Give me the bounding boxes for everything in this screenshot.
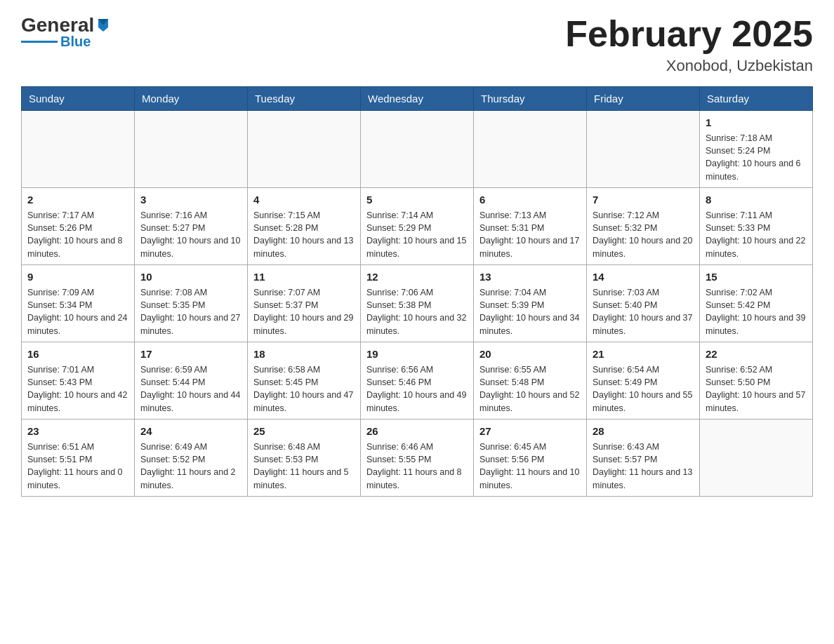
calendar-cell: 17Sunrise: 6:59 AMSunset: 5:44 PMDayligh… (135, 342, 248, 420)
day-number: 26 (366, 424, 468, 438)
calendar-cell: 11Sunrise: 7:07 AMSunset: 5:37 PMDayligh… (248, 265, 361, 342)
calendar-cell: 22Sunrise: 6:52 AMSunset: 5:50 PMDayligh… (700, 342, 813, 420)
calendar-cell (700, 420, 813, 497)
day-number: 3 (140, 192, 241, 207)
day-number: 10 (140, 269, 241, 284)
day-info: Sunrise: 6:43 AMSunset: 5:57 PMDaylight:… (593, 441, 694, 492)
weekday-header-friday: Friday (587, 87, 700, 111)
day-number: 7 (593, 192, 694, 207)
calendar-subtitle: Xonobod, Uzbekistan (565, 57, 813, 75)
calendar-cell: 14Sunrise: 7:03 AMSunset: 5:40 PMDayligh… (587, 265, 700, 342)
day-info: Sunrise: 6:51 AMSunset: 5:51 PMDaylight:… (27, 441, 128, 492)
day-info: Sunrise: 7:12 AMSunset: 5:32 PMDaylight:… (593, 209, 694, 260)
calendar-cell (22, 111, 135, 188)
day-info: Sunrise: 6:45 AMSunset: 5:56 PMDaylight:… (479, 441, 581, 492)
day-number: 11 (253, 269, 355, 284)
calendar-week-2: 2Sunrise: 7:17 AMSunset: 5:26 PMDaylight… (22, 188, 813, 265)
day-number: 25 (253, 424, 355, 438)
day-info: Sunrise: 6:54 AMSunset: 5:49 PMDaylight:… (593, 363, 694, 415)
calendar-cell (361, 111, 474, 188)
calendar-cell: 13Sunrise: 7:04 AMSunset: 5:39 PMDayligh… (474, 265, 587, 342)
calendar-week-5: 23Sunrise: 6:51 AMSunset: 5:51 PMDayligh… (22, 420, 813, 497)
day-number: 22 (706, 347, 807, 361)
day-number: 1 (706, 115, 807, 130)
calendar-cell: 6Sunrise: 7:13 AMSunset: 5:31 PMDaylight… (474, 188, 587, 265)
calendar-cell: 12Sunrise: 7:06 AMSunset: 5:38 PMDayligh… (361, 265, 474, 342)
calendar-cell: 5Sunrise: 7:14 AMSunset: 5:29 PMDaylight… (361, 188, 474, 265)
day-info: Sunrise: 6:52 AMSunset: 5:50 PMDaylight:… (706, 363, 807, 415)
day-number: 4 (253, 192, 355, 207)
calendar-cell: 3Sunrise: 7:16 AMSunset: 5:27 PMDaylight… (135, 188, 248, 265)
weekday-header-monday: Monday (135, 87, 248, 111)
weekday-header-wednesday: Wednesday (361, 87, 474, 111)
day-number: 2 (27, 192, 128, 207)
logo: General Blue (21, 14, 111, 50)
weekday-header-sunday: Sunday (22, 87, 135, 111)
day-info: Sunrise: 6:48 AMSunset: 5:53 PMDaylight:… (253, 441, 355, 492)
day-number: 16 (27, 347, 128, 361)
day-number: 28 (593, 424, 694, 438)
calendar-cell: 10Sunrise: 7:08 AMSunset: 5:35 PMDayligh… (135, 265, 248, 342)
day-number: 13 (479, 269, 581, 284)
calendar-title: February 2025 (565, 14, 813, 54)
calendar-cell (474, 111, 587, 188)
day-number: 24 (140, 424, 241, 438)
day-info: Sunrise: 7:01 AMSunset: 5:43 PMDaylight:… (27, 363, 128, 415)
weekday-header-saturday: Saturday (700, 87, 813, 111)
calendar-cell (587, 111, 700, 188)
calendar-cell: 7Sunrise: 7:12 AMSunset: 5:32 PMDaylight… (587, 188, 700, 265)
day-number: 19 (366, 347, 468, 361)
day-number: 21 (593, 347, 694, 361)
calendar-table: SundayMondayTuesdayWednesdayThursdayFrid… (21, 86, 813, 497)
calendar-week-3: 9Sunrise: 7:09 AMSunset: 5:34 PMDaylight… (22, 265, 813, 342)
day-info: Sunrise: 7:07 AMSunset: 5:37 PMDaylight:… (253, 286, 355, 337)
day-number: 15 (706, 269, 807, 284)
calendar-cell: 1Sunrise: 7:18 AMSunset: 5:24 PMDaylight… (700, 111, 813, 188)
calendar-cell: 24Sunrise: 6:49 AMSunset: 5:52 PMDayligh… (135, 420, 248, 497)
day-info: Sunrise: 7:08 AMSunset: 5:35 PMDaylight:… (140, 286, 241, 337)
calendar-cell: 15Sunrise: 7:02 AMSunset: 5:42 PMDayligh… (700, 265, 813, 342)
weekday-header-tuesday: Tuesday (248, 87, 361, 111)
calendar-cell: 27Sunrise: 6:45 AMSunset: 5:56 PMDayligh… (474, 420, 587, 497)
day-number: 18 (253, 347, 355, 361)
page-header: General Blue February 2025 Xonobod, Uzbe… (21, 14, 813, 75)
calendar-cell: 2Sunrise: 7:17 AMSunset: 5:26 PMDaylight… (22, 188, 135, 265)
calendar-cell: 4Sunrise: 7:15 AMSunset: 5:28 PMDaylight… (248, 188, 361, 265)
day-info: Sunrise: 7:02 AMSunset: 5:42 PMDaylight:… (706, 286, 807, 337)
calendar-week-4: 16Sunrise: 7:01 AMSunset: 5:43 PMDayligh… (22, 342, 813, 420)
day-info: Sunrise: 7:06 AMSunset: 5:38 PMDaylight:… (366, 286, 468, 337)
day-info: Sunrise: 7:13 AMSunset: 5:31 PMDaylight:… (479, 209, 581, 260)
calendar-cell: 20Sunrise: 6:55 AMSunset: 5:48 PMDayligh… (474, 342, 587, 420)
day-number: 27 (479, 424, 581, 438)
day-number: 8 (706, 192, 807, 207)
day-info: Sunrise: 6:49 AMSunset: 5:52 PMDaylight:… (140, 441, 241, 492)
day-number: 12 (366, 269, 468, 284)
logo-line (21, 41, 58, 43)
calendar-cell: 26Sunrise: 6:46 AMSunset: 5:55 PMDayligh… (361, 420, 474, 497)
day-number: 6 (479, 192, 581, 207)
day-info: Sunrise: 6:59 AMSunset: 5:44 PMDaylight:… (140, 363, 241, 415)
day-info: Sunrise: 6:56 AMSunset: 5:46 PMDaylight:… (366, 363, 468, 415)
day-number: 9 (27, 269, 128, 284)
title-block: February 2025 Xonobod, Uzbekistan (565, 14, 813, 75)
day-info: Sunrise: 7:11 AMSunset: 5:33 PMDaylight:… (706, 209, 807, 260)
calendar-cell (248, 111, 361, 188)
calendar-cell: 9Sunrise: 7:09 AMSunset: 5:34 PMDaylight… (22, 265, 135, 342)
logo-arrow-icon (95, 18, 111, 33)
day-info: Sunrise: 7:17 AMSunset: 5:26 PMDaylight:… (27, 209, 128, 260)
calendar-cell: 18Sunrise: 6:58 AMSunset: 5:45 PMDayligh… (248, 342, 361, 420)
weekday-header-row: SundayMondayTuesdayWednesdayThursdayFrid… (22, 87, 813, 111)
day-info: Sunrise: 7:15 AMSunset: 5:28 PMDaylight:… (253, 209, 355, 260)
day-info: Sunrise: 6:46 AMSunset: 5:55 PMDaylight:… (366, 441, 468, 492)
calendar-cell: 28Sunrise: 6:43 AMSunset: 5:57 PMDayligh… (587, 420, 700, 497)
calendar-cell: 21Sunrise: 6:54 AMSunset: 5:49 PMDayligh… (587, 342, 700, 420)
calendar-cell: 23Sunrise: 6:51 AMSunset: 5:51 PMDayligh… (22, 420, 135, 497)
day-info: Sunrise: 7:16 AMSunset: 5:27 PMDaylight:… (140, 209, 241, 260)
calendar-cell: 8Sunrise: 7:11 AMSunset: 5:33 PMDaylight… (700, 188, 813, 265)
day-info: Sunrise: 7:18 AMSunset: 5:24 PMDaylight:… (706, 132, 807, 183)
day-info: Sunrise: 7:09 AMSunset: 5:34 PMDaylight:… (27, 286, 128, 337)
day-info: Sunrise: 6:55 AMSunset: 5:48 PMDaylight:… (479, 363, 581, 415)
calendar-cell: 25Sunrise: 6:48 AMSunset: 5:53 PMDayligh… (248, 420, 361, 497)
day-info: Sunrise: 7:14 AMSunset: 5:29 PMDaylight:… (366, 209, 468, 260)
day-info: Sunrise: 7:04 AMSunset: 5:39 PMDaylight:… (479, 286, 581, 337)
